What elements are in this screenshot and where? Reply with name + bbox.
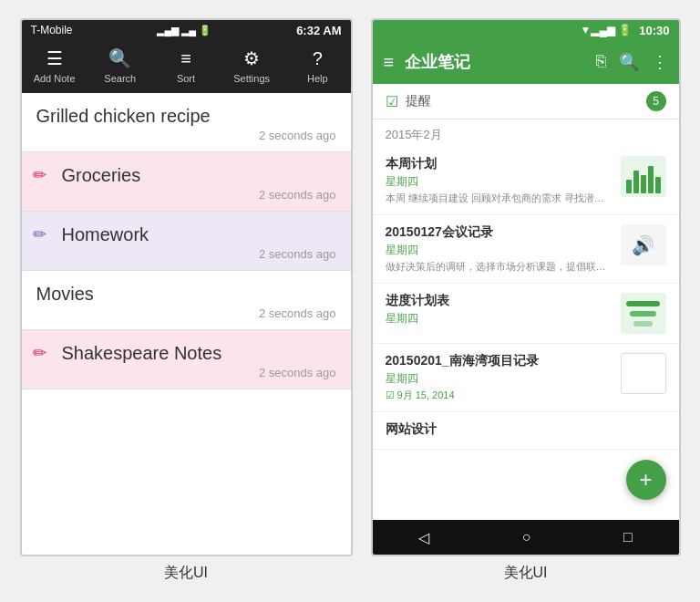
right-note-weekly[interactable]: 本周计划 星期四 本周 继续项目建设 回顾对承包商的需求 寻找潜在承包商 201… bbox=[373, 147, 679, 215]
chart-bar bbox=[626, 180, 632, 193]
help-icon: ? bbox=[313, 48, 323, 69]
note-title: Homework bbox=[62, 224, 336, 245]
search-button[interactable]: 🔍 Search bbox=[93, 47, 148, 84]
note-thumbnail bbox=[621, 353, 666, 394]
note-subtitle: 星期四 bbox=[386, 174, 612, 190]
note-thumbnail bbox=[621, 293, 666, 334]
chart-bar bbox=[633, 171, 639, 193]
chart-bar bbox=[648, 166, 654, 193]
audio-icon: 🔊 bbox=[632, 234, 654, 256]
settings-button[interactable]: ⚙ Settings bbox=[224, 47, 279, 84]
reminder-label: 提醒 bbox=[406, 93, 431, 109]
app-title: 企业笔记 bbox=[405, 51, 584, 73]
fab-add-button[interactable]: + bbox=[626, 460, 666, 500]
left-status-bar: T-Mobile ▂▄▆ ▂▄ 🔋 6:32 AM bbox=[22, 20, 351, 40]
reminder-check-icon: ☑ bbox=[386, 93, 398, 110]
signal-icons: ▂▄▆ ▂▄ 🔋 bbox=[157, 25, 211, 36]
note-title: Grilled chicken recipe bbox=[36, 106, 336, 127]
android-nav-bar: ◁ ○ □ bbox=[373, 520, 679, 555]
help-button[interactable]: ? Help bbox=[290, 48, 345, 84]
settings-label: Settings bbox=[233, 73, 270, 84]
settings-icon: ⚙ bbox=[243, 47, 260, 69]
note-subtitle: 星期四 bbox=[386, 371, 612, 387]
right-status-bar: ▼▂▄▆ 🔋 10:30 bbox=[373, 20, 679, 40]
note-thumbnail bbox=[621, 156, 666, 197]
note-title: 进度计划表 bbox=[386, 293, 612, 309]
note-content: 进度计划表 星期四 bbox=[386, 293, 612, 328]
search-icon: 🔍 bbox=[108, 47, 131, 69]
right-note-project[interactable]: 20150201_南海湾项目记录 星期四 ☑ 9月 15, 2014 bbox=[373, 344, 679, 412]
chart-bar bbox=[655, 177, 661, 193]
more-icon[interactable]: ⋮ bbox=[652, 52, 668, 72]
chart-bar bbox=[641, 175, 646, 193]
sort-icon: ≡ bbox=[180, 48, 191, 69]
reminder-bar[interactable]: ☑ 提醒 5 bbox=[373, 84, 679, 119]
progress-bar bbox=[626, 301, 661, 306]
note-time: 2 seconds ago bbox=[36, 306, 336, 320]
note-thumbnail: 🔊 bbox=[621, 224, 666, 265]
search-icon-right[interactable]: 🔍 bbox=[619, 52, 639, 72]
hamburger-icon[interactable]: ≡ bbox=[384, 52, 395, 73]
carrier-label: T-Mobile bbox=[31, 24, 73, 36]
phones-container: T-Mobile ▂▄▆ ▂▄ 🔋 6:32 AM ☰ Add Note 🔍 S… bbox=[18, 18, 682, 583]
notes-content: 2015年2月 本周计划 星期四 本周 继续项目建设 回顾对承包商的需求 寻找潜… bbox=[373, 119, 679, 520]
note-grilled[interactable]: Grilled chicken recipe 2 seconds ago bbox=[22, 93, 351, 152]
plus-icon: + bbox=[639, 467, 652, 493]
note-content: 本周计划 星期四 本周 继续项目建设 回顾对承包商的需求 寻找潜在承包商 201… bbox=[386, 156, 612, 205]
note-title: Movies bbox=[36, 284, 336, 305]
left-toolbar: ☰ Add Note 🔍 Search ≡ Sort ⚙ Settings ? bbox=[22, 40, 351, 93]
sort-button[interactable]: ≡ Sort bbox=[159, 48, 213, 84]
right-caption: 美化UI bbox=[504, 564, 548, 583]
note-movies[interactable]: Movies 2 seconds ago bbox=[22, 271, 351, 330]
sort-label: Sort bbox=[177, 73, 195, 84]
right-app-header: ≡ 企业笔记 ⎘ 🔍 ⋮ bbox=[373, 40, 679, 84]
left-time: 6:32 AM bbox=[296, 24, 341, 37]
pencil-icon: ✏ bbox=[33, 165, 46, 185]
right-note-website[interactable]: 网站设计 bbox=[373, 412, 679, 450]
note-date: ☑ 9月 15, 2014 bbox=[386, 389, 612, 402]
right-note-meeting[interactable]: 20150127会议记录 星期四 做好决策后的调研，选择市场分析课题，提倡联系实… bbox=[373, 215, 679, 284]
search-label: Search bbox=[104, 73, 136, 84]
back-icon[interactable]: ◁ bbox=[418, 529, 429, 546]
note-shakespeare[interactable]: ✏ Shakespeare Notes 2 seconds ago bbox=[22, 330, 351, 389]
help-label: Help bbox=[307, 73, 328, 84]
left-caption: 美化UI bbox=[164, 564, 208, 583]
note-title: 网站设计 bbox=[386, 421, 666, 438]
right-notes-container: 2015年2月 本周计划 星期四 本周 继续项目建设 回顾对承包商的需求 寻找潜… bbox=[373, 119, 679, 555]
note-body: 本周 继续项目建设 回顾对承包商的需求 寻找潜在承包商 2015 Q1-Q4 市… bbox=[386, 192, 612, 205]
home-icon[interactable]: ○ bbox=[522, 529, 531, 545]
note-title: Groceries bbox=[62, 165, 336, 186]
note-body: 做好决策后的调研，选择市场分析课题，提倡联系实际，有针对性 选择和确定市场分析课… bbox=[386, 260, 612, 274]
note-title: 20150201_南海湾项目记录 bbox=[386, 353, 612, 369]
add-note-icon: ☰ bbox=[46, 47, 63, 69]
notes-list: Grilled chicken recipe 2 seconds ago ✏ G… bbox=[22, 93, 351, 555]
note-time: 2 seconds ago bbox=[36, 129, 336, 142]
note-title: 20150127会议记录 bbox=[386, 224, 612, 241]
note-time: 2 seconds ago bbox=[36, 366, 336, 379]
note-subtitle: 星期四 bbox=[386, 243, 612, 258]
progress-bar bbox=[633, 321, 653, 327]
note-title: 本周计划 bbox=[386, 156, 612, 172]
right-phone-wrapper: ▼▂▄▆ 🔋 10:30 ≡ 企业笔记 ⎘ 🔍 ⋮ ☑ 提醒 5 bbox=[371, 18, 681, 583]
note-content: 20150201_南海湾项目记录 星期四 ☑ 9月 15, 2014 bbox=[386, 353, 612, 402]
right-time: 10:30 bbox=[639, 24, 669, 37]
note-title: Shakespeare Notes bbox=[62, 343, 336, 364]
share-icon[interactable]: ⎘ bbox=[596, 52, 606, 72]
reminder-badge: 5 bbox=[646, 91, 666, 111]
progress-bar bbox=[630, 311, 656, 317]
note-time: 2 seconds ago bbox=[36, 188, 336, 202]
pencil-icon: ✏ bbox=[33, 224, 46, 244]
note-subtitle: 星期四 bbox=[386, 311, 612, 327]
month-header: 2015年2月 bbox=[373, 119, 679, 147]
pencil-icon: ✏ bbox=[33, 343, 46, 363]
recents-icon[interactable]: □ bbox=[623, 529, 633, 545]
note-homework[interactable]: ✏ Homework 2 seconds ago bbox=[22, 212, 351, 271]
right-phone: ▼▂▄▆ 🔋 10:30 ≡ 企业笔记 ⎘ 🔍 ⋮ ☑ 提醒 5 bbox=[371, 18, 681, 556]
note-content: 20150127会议记录 星期四 做好决策后的调研，选择市场分析课题，提倡联系实… bbox=[386, 224, 612, 274]
left-phone: T-Mobile ▂▄▆ ▂▄ 🔋 6:32 AM ☰ Add Note 🔍 S… bbox=[20, 18, 353, 556]
note-content: 网站设计 bbox=[386, 421, 666, 440]
right-note-progress[interactable]: 进度计划表 星期四 bbox=[373, 284, 679, 344]
left-phone-wrapper: T-Mobile ▂▄▆ ▂▄ 🔋 6:32 AM ☰ Add Note 🔍 S… bbox=[20, 18, 353, 583]
add-note-button[interactable]: ☰ Add Note bbox=[27, 47, 82, 84]
note-groceries[interactable]: ✏ Groceries 2 seconds ago bbox=[22, 152, 351, 212]
